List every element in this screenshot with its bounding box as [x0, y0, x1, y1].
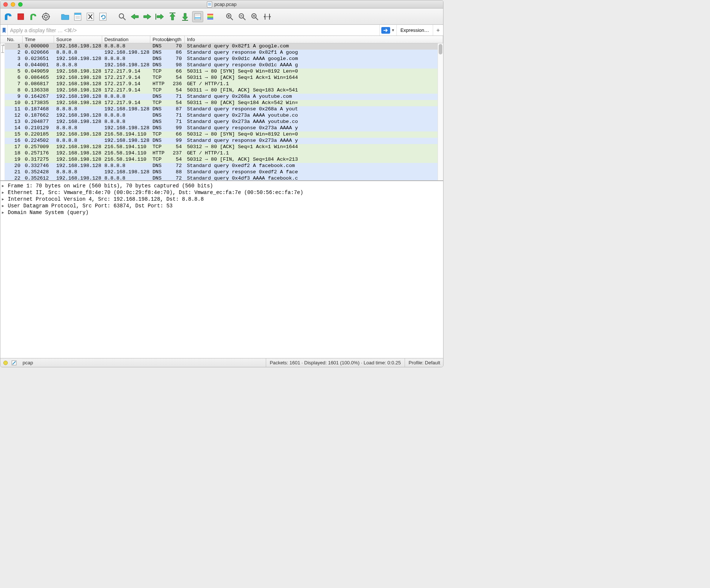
- window-title: pcap.pcap: [214, 1, 237, 7]
- status-packets-label: Packets: 1601 · Displayed: 1601 (100.0%)…: [266, 358, 401, 367]
- edit-capture-comment-button[interactable]: [11, 360, 17, 365]
- resize-columns-button[interactable]: [262, 11, 273, 22]
- status-bar: pcap Packets: 1601 · Displayed: 1601 (10…: [0, 358, 443, 367]
- packet-details-pane[interactable]: ▶Frame 1: 70 bytes on wire (560 bits), 7…: [0, 181, 443, 358]
- packet-row[interactable]: 160.2245028.8.8.8192.168.198.128DNS99Sta…: [0, 138, 443, 144]
- expand-triangle-icon: ▶: [2, 190, 6, 195]
- detail-tree-item[interactable]: ▶Ethernet II, Src: Vmware_f8:4e:70 (00:0…: [0, 189, 443, 196]
- packet-row[interactable]: 10.000000192.168.198.1288.8.8.8DNS70Stan…: [0, 43, 443, 50]
- svg-rect-0: [18, 14, 24, 20]
- filter-bar: ▼ Expression… +: [0, 25, 443, 36]
- start-capture-button[interactable]: [3, 11, 14, 22]
- auto-scroll-button[interactable]: [192, 11, 203, 22]
- svg-line-15: [123, 18, 125, 20]
- packet-list-header[interactable]: No. Time Source Destination Protocol Len…: [0, 36, 443, 43]
- packet-row[interactable]: 20.0206668.8.8.8192.168.198.128DNS86Stan…: [0, 50, 443, 56]
- close-file-button[interactable]: [85, 11, 96, 22]
- minimize-window-button[interactable]: [11, 2, 15, 7]
- packet-row[interactable]: 120.187662192.168.198.1288.8.8.8DNS71Sta…: [0, 113, 443, 119]
- packet-row[interactable]: 80.136338192.168.198.128172.217.9.14TCP5…: [0, 87, 443, 94]
- open-file-button[interactable]: [60, 11, 71, 22]
- status-profile-button[interactable]: Profile: Default: [405, 358, 440, 367]
- svg-rect-20: [195, 17, 201, 19]
- capture-options-button[interactable]: [40, 11, 51, 22]
- column-header-time[interactable]: Time: [23, 36, 54, 43]
- zoom-out-button[interactable]: [237, 11, 248, 22]
- expert-info-button[interactable]: [3, 361, 8, 365]
- main-toolbar: [0, 9, 443, 25]
- svg-rect-24: [207, 15, 213, 17]
- packet-row[interactable]: 30.023651192.168.198.1288.8.8.8DNS70Stan…: [0, 56, 443, 62]
- packet-row[interactable]: 220.352612192.168.198.1288.8.8.8DNS72Sta…: [0, 176, 443, 180]
- packet-row[interactable]: 150.220185192.168.198.128216.58.194.110T…: [0, 131, 443, 138]
- zoom-reset-button[interactable]: [249, 11, 260, 22]
- packet-row[interactable]: 200.332746192.168.198.1288.8.8.8DNS72Sta…: [0, 163, 443, 169]
- restart-capture-button[interactable]: [28, 11, 39, 22]
- column-header-source[interactable]: Source: [54, 36, 102, 43]
- expand-triangle-icon: ▶: [2, 197, 6, 201]
- svg-line-35: [256, 18, 258, 20]
- expand-triangle-icon: ▶: [2, 184, 6, 188]
- display-filter-input[interactable]: [8, 25, 379, 36]
- column-header-protocol[interactable]: Protocol: [150, 36, 168, 43]
- reload-file-button[interactable]: [97, 11, 108, 22]
- stop-capture-button[interactable]: [15, 11, 26, 22]
- svg-point-34: [252, 14, 256, 18]
- column-header-length[interactable]: Length: [168, 36, 185, 43]
- svg-point-2: [44, 15, 47, 18]
- svg-rect-25: [207, 17, 213, 18]
- packet-list-scrollbar[interactable]: [438, 43, 443, 180]
- svg-line-28: [231, 18, 233, 20]
- packet-row[interactable]: 130.204877192.168.198.1288.8.8.8DNS71Sta…: [0, 119, 443, 125]
- packet-row[interactable]: 210.3524288.8.8.8192.168.198.128DNS88Sta…: [0, 169, 443, 176]
- packet-row[interactable]: 70.086817192.168.198.128172.217.9.14HTTP…: [0, 81, 443, 87]
- expression-button[interactable]: Expression…: [396, 25, 433, 36]
- svg-line-32: [243, 18, 245, 20]
- column-header-destination[interactable]: Destination: [102, 36, 150, 43]
- colorize-button[interactable]: [205, 11, 216, 22]
- expand-triangle-icon: ▶: [2, 210, 6, 215]
- find-packet-button[interactable]: [117, 11, 128, 22]
- packet-row[interactable]: 60.086465192.168.198.128172.217.9.14TCP5…: [0, 75, 443, 81]
- svg-point-14: [119, 14, 124, 18]
- go-forward-button[interactable]: [142, 11, 153, 22]
- go-first-packet-button[interactable]: [167, 11, 178, 22]
- svg-rect-8: [74, 13, 81, 15]
- packet-row[interactable]: 190.317275192.168.198.128216.58.194.110T…: [0, 157, 443, 163]
- related-packet-indicator-icon: [0, 43, 5, 56]
- status-file-label: pcap: [23, 360, 33, 365]
- go-to-packet-button[interactable]: [154, 11, 165, 22]
- chevron-down-icon: ▼: [391, 28, 395, 32]
- add-filter-button[interactable]: +: [433, 25, 443, 36]
- detail-tree-item[interactable]: ▶Domain Name System (query): [0, 209, 443, 216]
- column-header-info[interactable]: Info: [185, 36, 443, 43]
- packet-list-body[interactable]: 10.000000192.168.198.1288.8.8.8DNS70Stan…: [0, 43, 443, 180]
- packet-list-pane: No. Time Source Destination Protocol Len…: [0, 36, 443, 181]
- zoom-window-button[interactable]: [18, 2, 23, 7]
- detail-tree-item[interactable]: ▶Frame 1: 70 bytes on wire (560 bits), 7…: [0, 183, 443, 189]
- window-titlebar: pcap.pcap: [0, 0, 443, 9]
- filter-bookmark-button[interactable]: [0, 25, 8, 36]
- detail-tree-item[interactable]: ▶Internet Protocol Version 4, Src: 192.1…: [0, 196, 443, 203]
- packet-row[interactable]: 140.2101298.8.8.8192.168.198.128DNS99Sta…: [0, 125, 443, 131]
- save-file-button[interactable]: [72, 11, 83, 22]
- detail-tree-item[interactable]: ▶User Datagram Protocol, Src Port: 63874…: [0, 203, 443, 209]
- column-header-no[interactable]: No.: [5, 36, 23, 43]
- go-last-packet-button[interactable]: [180, 11, 191, 22]
- zoom-in-button[interactable]: [224, 11, 235, 22]
- packet-row[interactable]: 170.257009192.168.198.128216.58.194.110T…: [0, 144, 443, 150]
- packet-row[interactable]: 50.049059192.168.198.128172.217.9.14TCP6…: [0, 69, 443, 75]
- apply-filter-button[interactable]: ▼: [379, 25, 396, 36]
- packet-row[interactable]: 100.173835192.168.198.128172.217.9.14TCP…: [0, 100, 443, 106]
- arrow-right-icon: [381, 27, 390, 34]
- go-back-button[interactable]: [129, 11, 140, 22]
- packet-row[interactable]: 90.164267192.168.198.1288.8.8.8DNS71Stan…: [0, 94, 443, 100]
- svg-point-1: [43, 13, 49, 20]
- packet-row[interactable]: 40.0440018.8.8.8192.168.198.128DNS98Stan…: [0, 62, 443, 69]
- packet-row[interactable]: 180.257176192.168.198.128216.58.194.110H…: [0, 150, 443, 157]
- expand-triangle-icon: ▶: [2, 204, 6, 208]
- packet-row[interactable]: 110.1874688.8.8.8192.168.198.128DNS87Sta…: [0, 106, 443, 113]
- svg-rect-26: [207, 18, 213, 20]
- close-window-button[interactable]: [3, 2, 8, 7]
- svg-rect-23: [207, 14, 213, 15]
